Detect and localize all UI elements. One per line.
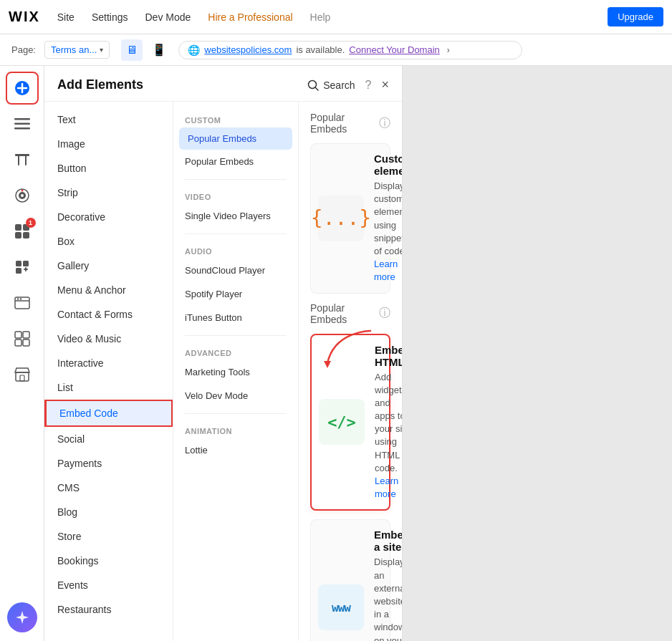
section-2-wrapper: Popular Embeds ⓘ </> Embed H [310,302,390,642]
html-code-icon: </> [327,413,356,431]
grid-button[interactable] [6,322,39,355]
sub-velo[interactable]: Velo Dev Mode [173,384,298,408]
svg-rect-15 [15,232,21,238]
embed-site-name: Embed a site [374,529,402,553]
cat-menu-anchor[interactable]: Menu & Anchor [44,278,173,302]
svg-rect-3 [14,118,30,120]
sub-divider-2 [185,233,287,234]
svg-rect-23 [15,332,21,338]
sub-section-video: VIDEO [173,185,298,204]
custom-element-link-1[interactable]: Learn more [374,259,398,282]
cat-payments[interactable]: Payments [44,451,173,476]
svg-rect-26 [23,339,29,346]
embed-html-card[interactable]: </> Embed HTML Add widgets and apps to y… [310,334,390,511]
cat-list[interactable]: List [44,375,173,400]
cat-gallery[interactable]: Gallery [44,254,173,278]
custom-element-info-1: Custom element Display custom elements u… [374,153,402,284]
apps-button[interactable]: 1 [6,215,39,248]
cat-box[interactable]: Box [44,229,173,254]
embeds-panel: Popular Embeds ⓘ {...} Custom element Di… [299,102,402,641]
media-button[interactable] [6,286,39,319]
close-button[interactable]: × [381,77,389,92]
top-navigation: WIX Site Settings Dev Mode Hire a Profes… [0,0,672,34]
svg-rect-24 [23,332,29,338]
sub-itunes[interactable]: iTunes Button [173,306,298,329]
search-label: Search [323,79,355,91]
info-icon-2[interactable]: ⓘ [379,306,390,321]
left-sidebar: 1 [0,66,44,641]
upgrade-button[interactable]: Upgrade [608,7,663,26]
cat-video-music[interactable]: Video & Music [44,327,173,351]
cat-bookings[interactable]: Bookings [44,549,173,573]
cat-decorative[interactable]: Decorative [44,205,173,229]
sub-single-video[interactable]: Single Video Players [173,204,298,228]
embed-html-link[interactable]: Learn more [375,476,398,499]
panel-header-controls: Search ? × [307,77,389,92]
nav-hire[interactable]: Hire a Professional [208,11,292,23]
custom-element-desc-1: Display custom elements using snippets o… [374,180,402,284]
mobile-icon[interactable]: 📱 [148,39,170,61]
cat-embed-code[interactable]: Embed Code [44,400,173,427]
cat-social[interactable]: Social [44,427,173,451]
help-button[interactable]: ? [365,79,372,92]
cat-blog[interactable]: Blog [44,500,173,524]
www-icon: www [332,601,350,615]
canvas-area[interactable] [403,66,672,641]
ai-assistant-button[interactable] [7,602,37,632]
sub-lottie[interactable]: Lottie [173,438,298,462]
plugins-button[interactable] [6,251,39,284]
info-icon-1[interactable]: ⓘ [379,116,390,131]
search-button[interactable]: Search [307,79,355,91]
domain-bar-arrow[interactable]: › [447,45,450,55]
nav-settings[interactable]: Settings [92,11,128,23]
pages-panel-button[interactable] [6,107,39,140]
panel-body: Text Image Button Strip Decorative Box G… [44,102,402,641]
section-title-1: Popular Embeds [310,112,379,135]
cat-contact-forms[interactable]: Contact & Forms [44,302,173,327]
page-label: Page: [11,44,36,55]
cat-interactive[interactable]: Interactive [44,351,173,375]
globe-icon: 🌐 [188,44,200,56]
wix-logo: WIX [9,9,40,25]
sub-marketing[interactable]: Marketing Tools [173,360,298,384]
page-bar: Page: Terms an... ▾ 🖥 📱 🌐 websitespolici… [0,34,672,66]
theme-button[interactable] [6,179,39,212]
nav-devmode[interactable]: Dev Mode [145,11,191,23]
cat-strip[interactable]: Strip [44,180,173,205]
cat-cms[interactable]: CMS [44,476,173,500]
curly-brace-icon: {...} [311,206,371,230]
custom-element-card-1[interactable]: {...} Custom element Display custom elem… [310,143,390,294]
nav-help[interactable]: Help [310,11,331,23]
add-elements-button[interactable] [6,72,39,105]
sub-popular-embeds-1[interactable]: Popular Embeds [179,127,292,150]
cat-button[interactable]: Button [44,156,173,180]
add-elements-panel: Add Elements Search ? × Text Image Butto… [44,66,403,641]
editor-area: 1 [0,66,672,641]
cat-store[interactable]: Store [44,524,173,549]
nav-site[interactable]: Site [57,11,75,23]
connect-domain-link[interactable]: Connect Your Domain [349,44,439,55]
text-panel-button[interactable] [6,143,39,176]
embed-html-icon-wrap: </> [319,399,365,445]
svg-rect-25 [15,339,21,346]
sub-divider-1 [185,179,287,180]
cat-image[interactable]: Image [44,132,173,156]
sub-spotify[interactable]: Spotify Player [173,282,298,306]
store-button[interactable] [6,358,39,391]
sub-section-audio: AUDIO [173,240,298,259]
sub-soundcloud[interactable]: SoundCloud Player [173,259,298,282]
page-selector[interactable]: Terms an... ▾ [44,41,110,59]
embed-site-card[interactable]: www Embed a site Display an external web… [310,519,390,641]
cat-text[interactable]: Text [44,107,173,132]
svg-rect-7 [18,154,19,165]
section-title-2: Popular Embeds [310,302,379,325]
sub-popular-embeds-2[interactable]: Popular Embeds [173,150,298,173]
cat-restaurants[interactable]: Restaurants [44,597,173,622]
svg-rect-8 [25,154,27,165]
desktop-icon[interactable]: 🖥 [121,39,143,61]
svg-rect-13 [15,224,21,231]
panel-header: Add Elements Search ? × [44,66,402,102]
svg-rect-19 [16,268,21,274]
domain-available-text: is available. [296,44,345,55]
cat-events[interactable]: Events [44,573,173,597]
